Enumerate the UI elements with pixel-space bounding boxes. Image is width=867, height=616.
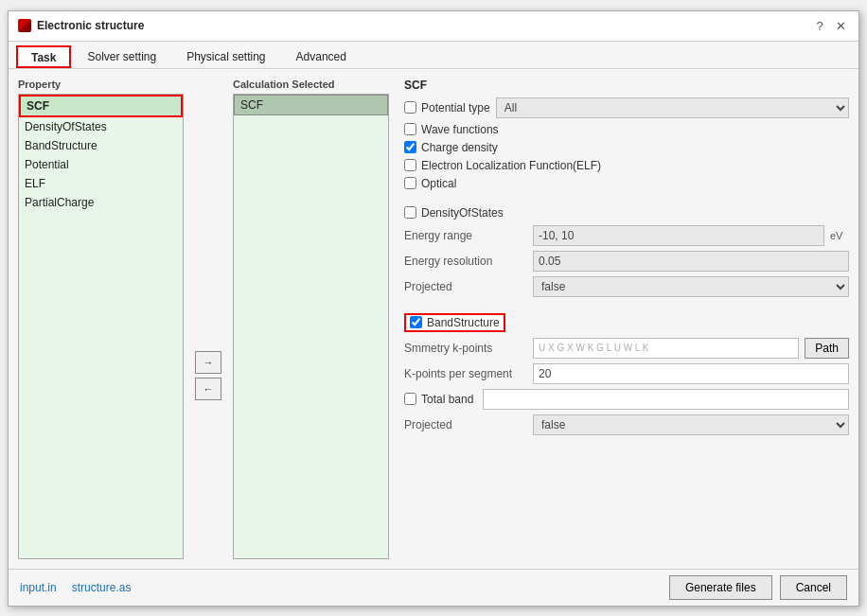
property-panel-label: Property [18, 79, 184, 90]
total-band-row: Total band [404, 389, 849, 410]
dialog-title: Electronic structure [37, 19, 811, 32]
projected1-label: Projected [404, 280, 527, 293]
charge-density-checkbox[interactable] [404, 141, 416, 153]
wave-functions-checkbox[interactable] [404, 123, 416, 135]
kpoints-segment-row: K-points per segment [404, 363, 849, 384]
total-band-checkbox[interactable] [404, 393, 416, 405]
tab-task[interactable]: Task [16, 45, 71, 68]
help-button[interactable]: ? [811, 17, 828, 34]
energy-range-label: Energy range [404, 229, 527, 242]
optical-row: Optical [404, 177, 849, 190]
title-bar: Electronic structure ? ✕ [9, 11, 858, 42]
tab-physical[interactable]: Physical setting [172, 45, 279, 68]
right-panel: SCF Potential type All Wave functions [397, 79, 849, 559]
structure-link[interactable]: structure.as [72, 581, 132, 594]
main-content: Property SCF DensityOfStates BandStructu… [9, 69, 858, 569]
projected2-select[interactable]: false true [533, 414, 849, 435]
property-item-band[interactable]: BandStructure [19, 136, 183, 155]
tab-solver[interactable]: Solver setting [73, 45, 170, 68]
arrows-area: → ← [191, 79, 225, 559]
energy-resolution-row: Energy resolution [404, 251, 849, 272]
property-panel: Property SCF DensityOfStates BandStructu… [18, 79, 184, 559]
dos-section-checkbox[interactable] [404, 206, 416, 219]
symmetry-kpoints-label: Smmetry k-points [404, 342, 527, 355]
kpoints-segment-input[interactable] [533, 363, 849, 384]
symmetry-kpoints-input[interactable] [533, 338, 799, 359]
symmetry-kpoints-row: Smmetry k-points Path [404, 338, 849, 359]
total-band-label[interactable]: Total band [404, 393, 473, 406]
projected1-select[interactable]: false true [533, 276, 849, 297]
property-item-partialcharge[interactable]: PartialCharge [19, 193, 183, 212]
wave-functions-label[interactable]: Wave functions [404, 123, 499, 136]
path-button[interactable]: Path [805, 338, 849, 359]
footer: input.in structure.as Generate files Can… [9, 569, 858, 606]
potential-type-label: Potential type [421, 101, 490, 114]
input-link[interactable]: input.in [20, 581, 57, 594]
bandstructure-label: BandStructure [427, 316, 500, 329]
potential-type-checkbox[interactable] [404, 101, 416, 114]
calc-panel: Calculation Selected SCF [233, 79, 389, 559]
dos-section-row: DensityOfStates [404, 206, 849, 220]
generate-files-button[interactable]: Generate files [669, 575, 772, 600]
app-icon [18, 19, 31, 32]
property-item-potential[interactable]: Potential [19, 155, 183, 174]
tab-advanced[interactable]: Advanced [282, 45, 361, 68]
kpoints-segment-label: K-points per segment [404, 367, 527, 380]
remove-arrow-button[interactable]: ← [195, 378, 221, 400]
potential-type-checkbox-label[interactable]: Potential type [404, 101, 490, 114]
calc-panel-label: Calculation Selected [233, 79, 389, 90]
projected2-label: Projected [404, 418, 527, 431]
elf-checkbox[interactable] [404, 159, 416, 171]
bandstructure-highlight: BandStructure [404, 313, 505, 332]
energy-resolution-input[interactable] [533, 251, 849, 272]
property-list: SCF DensityOfStates BandStructure Potent… [18, 94, 184, 559]
optical-checkbox[interactable] [404, 177, 416, 189]
energy-range-unit: eV [830, 230, 849, 241]
footer-buttons: Generate files Cancel [669, 575, 847, 600]
potential-type-select[interactable]: All [496, 97, 849, 118]
projected2-row: Projected false true [404, 414, 849, 435]
calc-item-scf[interactable]: SCF [234, 95, 388, 115]
tabs-bar: Task Solver setting Physical setting Adv… [9, 42, 858, 69]
footer-links: input.in structure.as [20, 581, 131, 594]
bandstructure-checkbox[interactable] [410, 316, 422, 328]
cancel-button[interactable]: Cancel [780, 575, 847, 600]
title-bar-buttons: ? ✕ [811, 17, 849, 34]
property-item-dos[interactable]: DensityOfStates [19, 117, 183, 136]
energy-range-row: Energy range eV [404, 225, 849, 246]
elf-label[interactable]: Electron Localization Function(ELF) [404, 159, 601, 172]
energy-resolution-label: Energy resolution [404, 255, 527, 268]
elf-row: Electron Localization Function(ELF) [404, 159, 849, 172]
add-arrow-button[interactable]: → [195, 351, 221, 374]
total-band-input[interactable] [483, 389, 849, 410]
electronic-structure-dialog: Electronic structure ? ✕ Task Solver set… [8, 10, 859, 607]
charge-density-label[interactable]: Charge density [404, 141, 498, 154]
property-item-elf[interactable]: ELF [19, 174, 183, 193]
projected1-row: Projected false true [404, 276, 849, 297]
calc-list: SCF [233, 94, 389, 559]
optical-label[interactable]: Optical [404, 177, 456, 190]
potential-type-row: Potential type All [404, 97, 849, 118]
scf-section-title: SCF [404, 79, 849, 92]
bandstructure-section-row: BandStructure [404, 313, 849, 332]
charge-density-row: Charge density [404, 141, 849, 154]
close-button[interactable]: ✕ [832, 17, 849, 34]
dos-section-label: DensityOfStates [421, 206, 504, 220]
property-item-scf[interactable]: SCF [19, 95, 183, 117]
energy-range-input[interactable] [533, 225, 824, 246]
wave-functions-row: Wave functions [404, 123, 849, 136]
